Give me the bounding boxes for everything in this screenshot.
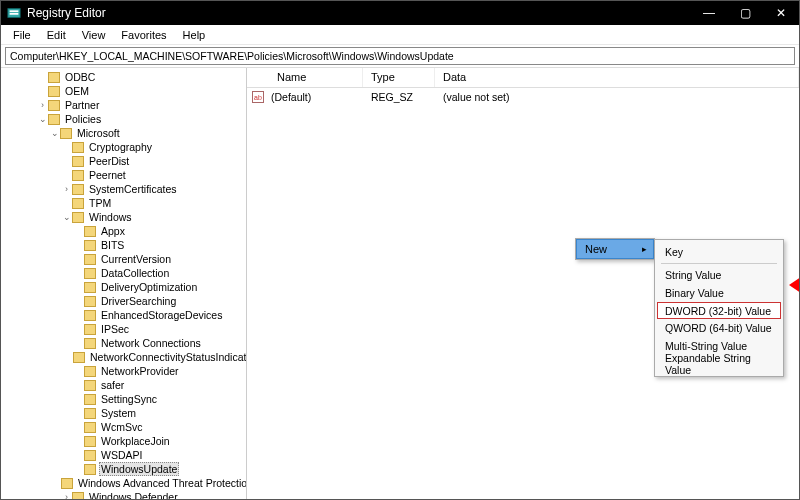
folder-icon	[48, 86, 60, 97]
tree-item[interactable]: safer	[1, 378, 246, 392]
values-list: Name Type Data ab (Default) REG_SZ (valu…	[247, 68, 799, 499]
folder-icon	[84, 436, 96, 447]
tree-item-label: WcmSvc	[99, 421, 144, 433]
collapse-icon[interactable]: ⌄	[61, 213, 72, 222]
tree-item-label: DriverSearching	[99, 295, 178, 307]
value-row[interactable]: ab (Default) REG_SZ (value not set)	[247, 88, 799, 106]
value-icon: ab	[247, 91, 269, 103]
tree-item[interactable]: WcmSvc	[1, 420, 246, 434]
col-data[interactable]: Data	[435, 68, 799, 87]
tree-item[interactable]: Windows Advanced Threat Protection	[1, 476, 246, 490]
expand-icon[interactable]: ›	[37, 101, 48, 110]
tree-item[interactable]: ODBC	[1, 70, 246, 84]
tree-item[interactable]: DriverSearching	[1, 294, 246, 308]
tree-item-label: PeerDist	[87, 155, 131, 167]
tree-item[interactable]: NetworkConnectivityStatusIndicator	[1, 350, 246, 364]
tree-item-label: Appx	[99, 225, 127, 237]
menu-favorites[interactable]: Favorites	[113, 27, 174, 43]
registry-editor-window: Registry Editor — ▢ ✕ File Edit View Fav…	[0, 0, 800, 500]
tree-item[interactable]: OEM	[1, 84, 246, 98]
tree-item-label: Peernet	[87, 169, 128, 181]
folder-icon	[48, 72, 60, 83]
maximize-button[interactable]: ▢	[727, 1, 763, 25]
submenu-item[interactable]: Binary Value	[657, 284, 781, 302]
tree-item[interactable]: NetworkProvider	[1, 364, 246, 378]
tree-item-label: OEM	[63, 85, 91, 97]
col-name[interactable]: Name	[269, 68, 363, 87]
menu-help[interactable]: Help	[175, 27, 214, 43]
menu-file[interactable]: File	[5, 27, 39, 43]
tree-item[interactable]: ›SystemCertificates	[1, 182, 246, 196]
folder-icon	[84, 464, 96, 475]
tree-item-label: SystemCertificates	[87, 183, 179, 195]
tree-item[interactable]: ›Partner	[1, 98, 246, 112]
folder-icon	[84, 296, 96, 307]
submenu-item[interactable]: DWORD (32-bit) Value	[657, 302, 781, 319]
tree-item[interactable]: BITS	[1, 238, 246, 252]
address-bar[interactable]: Computer\HKEY_LOCAL_MACHINE\SOFTWARE\Pol…	[5, 47, 795, 65]
tree-item-label: Windows Advanced Threat Protection	[76, 477, 247, 489]
close-button[interactable]: ✕	[763, 1, 799, 25]
folder-icon	[84, 450, 96, 461]
tree-item[interactable]: Peernet	[1, 168, 246, 182]
registry-tree[interactable]: ODBCOEM›Partner⌄Policies⌄MicrosoftCrypto…	[1, 68, 247, 499]
value-type: REG_SZ	[363, 91, 435, 103]
context-menu-new[interactable]: New	[576, 239, 654, 259]
submenu-item[interactable]: String Value	[657, 266, 781, 284]
tree-item[interactable]: EnhancedStorageDevices	[1, 308, 246, 322]
tree-item[interactable]: WindowsUpdate	[1, 462, 246, 476]
tree-item-label: Cryptography	[87, 141, 154, 153]
tree-item[interactable]: Cryptography	[1, 140, 246, 154]
value-data: (value not set)	[435, 91, 799, 103]
folder-icon	[72, 142, 84, 153]
tree-item[interactable]: DeliveryOptimization	[1, 280, 246, 294]
folder-icon	[84, 394, 96, 405]
tree-item[interactable]: ⌄Windows	[1, 210, 246, 224]
collapse-icon[interactable]: ⌄	[49, 129, 60, 138]
col-type[interactable]: Type	[363, 68, 435, 87]
folder-icon	[84, 240, 96, 251]
folder-icon	[60, 128, 72, 139]
submenu-item[interactable]: QWORD (64-bit) Value	[657, 319, 781, 337]
tree-item[interactable]: DataCollection	[1, 266, 246, 280]
window-title: Registry Editor	[27, 6, 691, 20]
tree-item-label: WSDAPI	[99, 449, 144, 461]
expand-icon[interactable]: ›	[61, 185, 72, 194]
folder-icon	[84, 324, 96, 335]
folder-icon	[84, 268, 96, 279]
minimize-button[interactable]: —	[691, 1, 727, 25]
tree-item[interactable]: ⌄Policies	[1, 112, 246, 126]
tree-item-label: Microsoft	[75, 127, 122, 139]
submenu-item[interactable]: Expandable String Value	[657, 355, 781, 373]
tree-item[interactable]: WSDAPI	[1, 448, 246, 462]
app-icon	[7, 6, 21, 20]
tree-item[interactable]: Network Connections	[1, 336, 246, 350]
collapse-icon[interactable]: ⌄	[37, 115, 48, 124]
tree-item[interactable]: TPM	[1, 196, 246, 210]
menu-separator	[661, 263, 777, 264]
submenu-item[interactable]: Key	[657, 243, 781, 261]
tree-item[interactable]: PeerDist	[1, 154, 246, 168]
tree-item[interactable]: SettingSync	[1, 392, 246, 406]
tree-item-label: BITS	[99, 239, 126, 251]
titlebar: Registry Editor — ▢ ✕	[1, 1, 799, 25]
tree-item[interactable]: ›Windows Defender	[1, 490, 246, 499]
tree-item[interactable]: Appx	[1, 224, 246, 238]
tree-item[interactable]: WorkplaceJoin	[1, 434, 246, 448]
menu-edit[interactable]: Edit	[39, 27, 74, 43]
tree-item-label: IPSec	[99, 323, 131, 335]
tree-item[interactable]: IPSec	[1, 322, 246, 336]
tree-item[interactable]: System	[1, 406, 246, 420]
tree-item-label: Windows Defender	[87, 491, 180, 499]
tree-item-label: Windows	[87, 211, 134, 223]
tree-item[interactable]: ⌄Microsoft	[1, 126, 246, 140]
folder-icon	[84, 254, 96, 265]
tree-item-label: System	[99, 407, 138, 419]
folder-icon	[84, 282, 96, 293]
content-area: ODBCOEM›Partner⌄Policies⌄MicrosoftCrypto…	[1, 67, 799, 499]
menu-view[interactable]: View	[74, 27, 114, 43]
folder-icon	[72, 184, 84, 195]
expand-icon[interactable]: ›	[61, 493, 72, 500]
tree-item[interactable]: CurrentVersion	[1, 252, 246, 266]
context-menu-new-label: New	[585, 243, 607, 255]
